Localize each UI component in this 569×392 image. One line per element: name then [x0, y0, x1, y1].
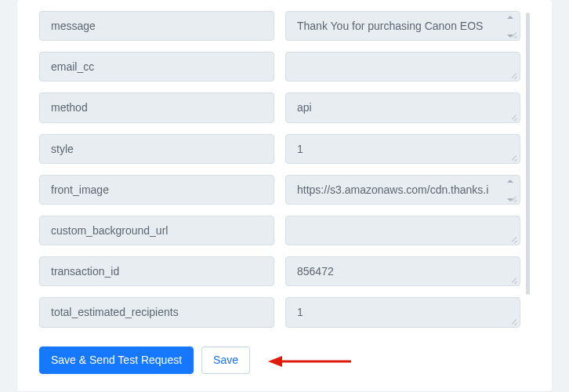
- field-value[interactable]: Thank You for purchasing Canon EOS: [285, 11, 520, 41]
- form-row-message: message Thank You for purchasing Canon E…: [39, 11, 520, 41]
- save-send-test-button[interactable]: Save & Send Test Request: [39, 347, 194, 374]
- field-value-text: 856472: [297, 264, 334, 278]
- form-row-email-cc: email_cc: [39, 52, 520, 82]
- form-row-total-estimated-recipients: total_estimated_recipients 1: [39, 297, 520, 327]
- field-key[interactable]: front_image: [39, 175, 274, 205]
- field-value[interactable]: https://s3.amazonaws.com/cdn.thanks.i: [285, 175, 520, 205]
- stepper-icon: [507, 16, 515, 38]
- field-value[interactable]: 856472: [285, 256, 520, 286]
- field-value[interactable]: api: [285, 93, 520, 122]
- resize-handle-icon: [510, 235, 518, 243]
- field-key[interactable]: custom_background_url: [39, 216, 274, 245]
- button-bar: Save & Send Test Request Save: [39, 347, 530, 374]
- form-row-transaction-id: transaction_id 856472: [39, 256, 520, 286]
- form-row-front-image: front_image https://s3.amazonaws.com/cdn…: [39, 175, 520, 205]
- save-button[interactable]: Save: [201, 347, 250, 374]
- resize-handle-icon: [510, 71, 518, 79]
- resize-handle-icon: [510, 31, 518, 38]
- field-value-text: 1: [297, 305, 303, 319]
- field-value[interactable]: 1: [285, 297, 520, 327]
- field-key[interactable]: message: [39, 11, 274, 41]
- field-value[interactable]: 1: [285, 134, 520, 164]
- form-row-custom-background-url: custom_background_url: [39, 216, 520, 245]
- field-value-text: https://s3.amazonaws.com/cdn.thanks.i: [297, 183, 488, 197]
- field-key[interactable]: method: [39, 93, 274, 122]
- resize-handle-icon: [510, 154, 518, 162]
- field-key[interactable]: email_cc: [39, 52, 274, 82]
- form-row-method: method api: [39, 93, 520, 122]
- field-value-text: api: [297, 100, 312, 114]
- resize-handle-icon: [510, 318, 518, 325]
- field-key[interactable]: transaction_id: [39, 256, 274, 286]
- stepper-icon: [507, 180, 515, 201]
- field-key[interactable]: total_estimated_recipients: [39, 297, 274, 327]
- form-card: message Thank You for purchasing Canon E…: [17, 0, 552, 391]
- form-scroll-area: message Thank You for purchasing Canon E…: [39, 11, 530, 332]
- resize-handle-icon: [510, 194, 518, 202]
- field-value-text: 1: [297, 142, 303, 156]
- field-value[interactable]: [285, 52, 520, 82]
- field-key[interactable]: style: [39, 134, 274, 164]
- form-rows: message Thank You for purchasing Canon E…: [39, 11, 530, 332]
- resize-handle-icon: [510, 113, 518, 121]
- form-row-style: style 1: [39, 134, 520, 164]
- resize-handle-icon: [510, 276, 518, 284]
- field-value[interactable]: [285, 216, 520, 245]
- field-value-text: Thank You for purchasing Canon EOS: [297, 19, 483, 33]
